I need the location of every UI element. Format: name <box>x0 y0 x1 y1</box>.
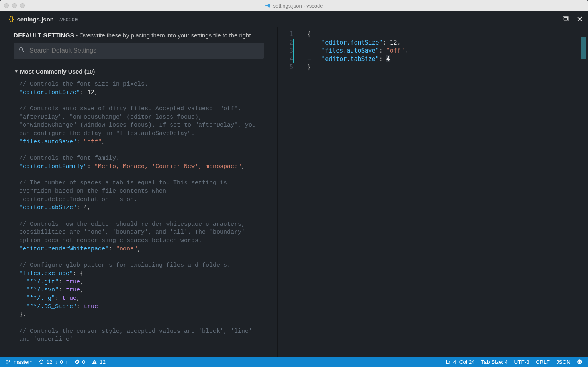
default-settings-pane: DEFAULT SETTINGS - Overwrite these by pl… <box>0 27 278 357</box>
error-icon <box>74 359 80 365</box>
user-settings-editor[interactable]: 12345 {→ "editor.fontSize": 12,→ "files.… <box>278 27 588 357</box>
svg-line-3 <box>22 51 24 52</box>
status-eol[interactable]: CRLF <box>536 359 550 365</box>
tab-filename: settings.json <box>17 16 54 23</box>
traffic-lights[interactable] <box>4 3 25 8</box>
svg-point-11 <box>578 361 579 362</box>
editor-tab-bar: {} settings.json .vscode ✕ <box>0 11 588 27</box>
svg-rect-9 <box>94 363 94 363</box>
svg-rect-1 <box>564 17 568 20</box>
svg-point-6 <box>9 360 10 361</box>
window-title: settings.json - vscode <box>0 3 588 9</box>
svg-point-4 <box>6 360 8 361</box>
tab-settings-json[interactable]: {} settings.json .vscode <box>5 13 82 25</box>
status-feedback[interactable] <box>577 359 582 365</box>
user-settings-code[interactable]: {→ "editor.fontSize": 12,→ "files.autoSa… <box>300 27 588 357</box>
git-branch-icon <box>6 359 11 365</box>
default-settings-heading: DEFAULT SETTINGS - Overwrite these by pl… <box>0 27 277 43</box>
svg-rect-8 <box>94 361 94 363</box>
search-default-settings-input[interactable] <box>14 43 264 59</box>
traffic-close[interactable] <box>4 3 9 8</box>
status-encoding[interactable]: UTF-8 <box>514 359 529 365</box>
status-bar: master* 12↓ 0↑ 0 12 <box>0 357 588 367</box>
svg-point-12 <box>580 361 581 362</box>
tab-folder: .vscode <box>59 16 78 22</box>
smile-icon <box>577 359 582 365</box>
macos-titlebar: settings.json - vscode <box>0 0 588 11</box>
json-icon: {} <box>9 16 14 23</box>
svg-point-5 <box>6 363 8 364</box>
section-most-commonly-used[interactable]: ▾ Most Commonly Used (10) <box>0 62 277 77</box>
traffic-zoom[interactable] <box>20 3 25 8</box>
search-icon <box>18 47 25 55</box>
svg-point-10 <box>577 359 582 364</box>
status-tab-size[interactable]: Tab Size: 4 <box>481 359 508 365</box>
overview-change-marker <box>581 37 586 59</box>
split-editor-icon[interactable] <box>562 15 569 23</box>
status-cursor-position[interactable]: Ln 4, Col 24 <box>446 359 475 365</box>
svg-point-2 <box>20 48 23 51</box>
status-warnings[interactable]: 12 <box>92 359 106 365</box>
close-icon[interactable]: ✕ <box>576 14 583 24</box>
warning-icon <box>92 359 97 365</box>
traffic-minimize[interactable] <box>12 3 17 8</box>
sync-icon <box>39 359 44 365</box>
vscode-icon <box>265 3 270 8</box>
collapse-triangle-icon: ▾ <box>15 69 18 74</box>
status-language[interactable]: JSON <box>556 359 570 365</box>
status-errors[interactable]: 0 <box>74 359 86 365</box>
status-sync[interactable]: 12↓ 0↑ <box>39 359 68 365</box>
status-branch[interactable]: master* <box>6 359 32 365</box>
default-settings-code[interactable]: // Controls the font size in pixels. "ed… <box>0 77 277 357</box>
line-number-gutter: 12345 <box>278 27 300 357</box>
